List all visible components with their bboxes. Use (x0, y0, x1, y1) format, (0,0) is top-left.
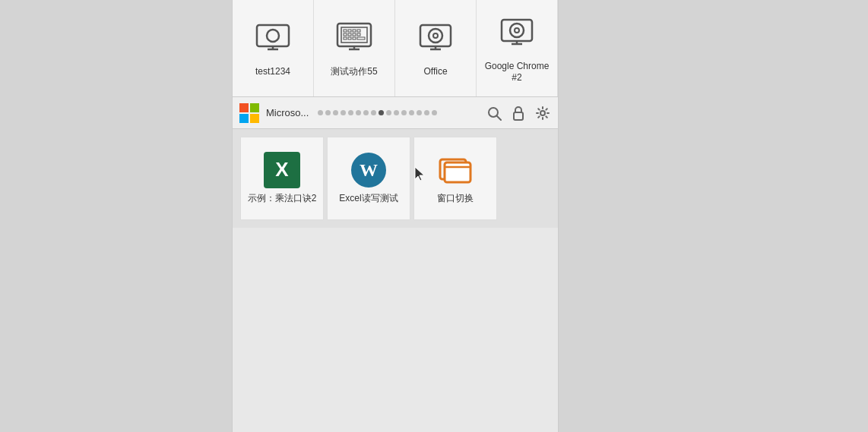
tab-label-office: Office (423, 66, 447, 77)
svg-point-21 (429, 29, 442, 43)
svg-rect-12 (353, 33, 356, 36)
svg-rect-6 (344, 30, 347, 32)
svg-rect-15 (348, 37, 351, 39)
pagination-dot-15[interactable] (432, 110, 437, 115)
monitor-icon-test1234 (252, 19, 293, 60)
pagination-dot-0[interactable] (318, 110, 323, 115)
grid-item-window-switch[interactable]: 窗口切换 (413, 137, 497, 220)
pagination-dot-6[interactable] (363, 110, 369, 115)
tab-google-chrome-2[interactable]: Google Chrome #2 (477, 0, 558, 96)
grid-item-label-window-switch: 窗口切换 (437, 193, 474, 205)
svg-rect-8 (353, 30, 356, 32)
dots-container (318, 110, 482, 115)
dots-row (318, 110, 437, 115)
svg-rect-16 (353, 37, 356, 39)
tab-test1234[interactable]: test1234 (233, 0, 314, 96)
tab-label-test1234: test1234 (255, 66, 290, 77)
svg-rect-0 (257, 25, 289, 46)
svg-rect-13 (357, 33, 360, 36)
monitor-icon-office (415, 19, 456, 60)
svg-rect-10 (344, 33, 347, 36)
pagination-dot-3[interactable] (341, 110, 346, 115)
tabs-row: test1234 (233, 0, 558, 97)
pagination-dot-8[interactable] (379, 110, 384, 115)
grid-item-excel-rw[interactable]: W Excel读写测试 (327, 137, 410, 220)
svg-point-26 (510, 24, 524, 37)
svg-rect-30 (239, 103, 249, 112)
svg-rect-7 (348, 30, 351, 32)
svg-rect-14 (344, 37, 347, 39)
svg-rect-17 (357, 37, 365, 39)
pagination-dot-5[interactable] (356, 110, 361, 115)
pagination-dot-1[interactable] (325, 110, 331, 115)
ms-logo-icon (239, 102, 260, 124)
tab-ceshi-dongzuo55[interactable]: 测试动作55 (314, 0, 395, 96)
tab-label-ceshi55: 测试动作55 (331, 66, 377, 77)
pagination-dot-12[interactable] (409, 110, 414, 115)
pagination-dot-7[interactable] (371, 110, 376, 115)
search-icon[interactable] (485, 104, 503, 122)
main-panel: test1234 (232, 0, 559, 432)
grid-item-label-multiplication: 示例：乘法口诀2 (248, 193, 317, 205)
svg-rect-44 (445, 162, 470, 182)
monitor-icon-ceshi55 (334, 19, 375, 60)
svg-line-35 (497, 116, 501, 120)
svg-point-1 (267, 30, 279, 42)
svg-point-22 (433, 33, 438, 38)
pagination-dot-9[interactable] (386, 110, 391, 115)
svg-rect-32 (239, 114, 249, 123)
settings-icon[interactable] (534, 104, 552, 122)
svg-text:X: X (275, 158, 289, 181)
grid-item-label-excel-rw: Excel读写测试 (339, 193, 398, 205)
tab-office[interactable]: Office (395, 0, 477, 96)
grid-item-multiplication[interactable]: X 示例：乘法口诀2 (240, 137, 324, 220)
excel-icon: X (264, 152, 300, 188)
tab-label-chrome2: Google Chrome #2 (483, 61, 551, 83)
wordpress-icon: W (350, 152, 387, 188)
toolbar-icons (485, 104, 552, 122)
svg-rect-31 (250, 103, 259, 112)
monitor-icon-chrome2 (496, 14, 537, 55)
svg-point-37 (540, 111, 545, 115)
pagination-dot-2[interactable] (333, 110, 338, 115)
window-switch-icon (437, 152, 474, 188)
toolbar-title: Microso... (266, 107, 309, 118)
svg-text:W: W (360, 160, 378, 180)
svg-rect-11 (348, 33, 351, 36)
svg-rect-36 (514, 112, 523, 120)
pagination-dot-4[interactable] (348, 110, 353, 115)
pagination-dot-14[interactable] (424, 110, 429, 115)
svg-point-34 (489, 108, 498, 117)
svg-point-27 (515, 28, 519, 33)
svg-rect-33 (250, 114, 259, 123)
toolbar-row: Microso... (233, 97, 558, 129)
pagination-dot-10[interactable] (394, 110, 399, 115)
pagination-dot-13[interactable] (417, 110, 422, 115)
content-area: X 示例：乘法口诀2 W Excel读写测试 (233, 129, 558, 228)
svg-rect-9 (357, 30, 360, 32)
pagination-dot-11[interactable] (401, 110, 407, 115)
lock-icon[interactable] (509, 104, 527, 122)
